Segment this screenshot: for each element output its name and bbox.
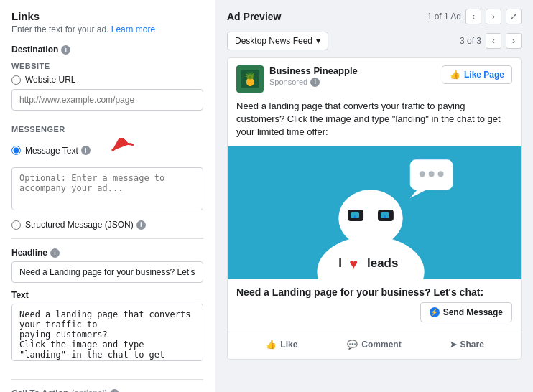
- ad-nav: 1 of 1 Ad ‹ › ⤢: [427, 9, 522, 24]
- message-text-radio[interactable]: [11, 146, 21, 155]
- structured-message-radio[interactable]: [11, 220, 21, 230]
- message-text-radio-group: Message Text i: [11, 138, 203, 163]
- svg-text:▲: ▲: [382, 213, 388, 220]
- body-text-input[interactable]: Need a landing page that converts your t…: [11, 304, 203, 361]
- ad-next-button[interactable]: ›: [486, 9, 501, 24]
- text-field-label: Text: [11, 290, 203, 300]
- page-prev-button[interactable]: ‹: [486, 33, 501, 49]
- page-nav: 3 of 3 ‹ ›: [460, 33, 522, 49]
- headline-info-icon[interactable]: i: [50, 248, 60, 258]
- brand-info: Business Pineapple Sponsored i: [269, 65, 358, 87]
- messenger-icon: ⚡: [430, 307, 440, 317]
- panel-subtitle: Enter the text for your ad. Learn more: [11, 24, 203, 34]
- message-text-input[interactable]: [11, 167, 203, 210]
- like-action-button[interactable]: 👍 Like: [236, 336, 328, 353]
- website-section-label: WEBSITE: [11, 62, 203, 70]
- brand-logo: 🍍: [236, 65, 264, 93]
- svg-text:leads: leads: [367, 256, 398, 269]
- divider-2: [11, 379, 203, 380]
- svg-point-4: [429, 171, 435, 177]
- like-action-icon: 👍: [266, 340, 277, 350]
- robot-illustration: ▲ ▲ I ♥ leads: [228, 146, 521, 279]
- ad-preview-header: Ad Preview 1 of 1 Ad ‹ › ⤢: [227, 9, 522, 24]
- website-url-label: Website URL: [25, 75, 75, 85]
- send-message-button[interactable]: ⚡ Send Message: [420, 302, 512, 322]
- share-action-button[interactable]: ➤ Share: [421, 336, 512, 353]
- svg-marker-2: [410, 190, 427, 198]
- chat-bubble-group: [410, 159, 453, 198]
- page-next-button[interactable]: ›: [506, 33, 522, 49]
- svg-point-5: [438, 171, 444, 177]
- brand-logo-inner: 🍍: [241, 70, 259, 88]
- svg-text:I: I: [338, 256, 342, 269]
- like-thumb-icon: 👍: [450, 70, 460, 80]
- messenger-section-label: MESSENGER: [11, 125, 203, 134]
- ad-actions: 👍 Like 💬 Comment ➤ Share: [228, 330, 521, 359]
- headline-field-label: Headline i: [11, 248, 203, 258]
- website-url-input[interactable]: [11, 89, 203, 111]
- placement-select[interactable]: Desktop News Feed ▾: [227, 32, 328, 50]
- ad-headline: Need a Landing page for your business? L…: [228, 279, 521, 302]
- pineapple-icon: 🍍: [242, 71, 258, 87]
- website-url-radio[interactable]: [11, 75, 21, 85]
- ad-prev-button[interactable]: ‹: [465, 9, 481, 24]
- svg-text:♥: ♥: [349, 255, 358, 271]
- structured-message-info-icon[interactable]: i: [136, 220, 146, 230]
- sponsored-info-icon[interactable]: i: [310, 78, 320, 87]
- left-panel: Links Enter the text for your ad. Learn …: [0, 0, 215, 392]
- right-panel: Ad Preview 1 of 1 Ad ‹ › ⤢ Desktop News …: [215, 0, 533, 392]
- destination-info-icon[interactable]: i: [61, 45, 70, 55]
- comment-action-icon: 💬: [347, 340, 358, 350]
- cta-info-icon[interactable]: i: [110, 389, 119, 393]
- message-text-info-icon[interactable]: i: [81, 146, 91, 155]
- brand-name: Business Pineapple: [269, 65, 358, 78]
- learn-more-link[interactable]: Learn more: [111, 24, 155, 34]
- cta-field-label: Call To Action (optional) i: [11, 388, 203, 392]
- ad-preview-title: Ad Preview: [227, 11, 281, 22]
- headline-input[interactable]: [11, 261, 203, 283]
- ad-card: 🍍 Business Pineapple Sponsored i 👍 Like …: [227, 57, 522, 360]
- ad-image[interactable]: ▲ ▲ I ♥ leads: [228, 146, 521, 279]
- structured-message-label: Structured Message (JSON) i: [25, 220, 146, 230]
- sponsored-row: Sponsored i: [269, 78, 358, 87]
- ad-body-text: Need a landing page that converts your t…: [228, 100, 521, 146]
- message-text-label: Message Text i: [25, 146, 91, 156]
- svg-point-3: [420, 171, 425, 177]
- ad-card-info: 🍍 Business Pineapple Sponsored i: [236, 65, 358, 93]
- comment-action-button[interactable]: 💬 Comment: [329, 336, 420, 353]
- website-url-radio-group: Website URL: [11, 75, 203, 85]
- destination-label: Destination i: [11, 45, 203, 55]
- like-page-button[interactable]: 👍 Like Page: [442, 65, 512, 84]
- placement-chevron-icon: ▾: [316, 36, 320, 46]
- svg-text:▲: ▲: [352, 213, 358, 220]
- ad-card-header: 🍍 Business Pineapple Sponsored i 👍 Like …: [228, 58, 521, 100]
- panel-title: Links: [11, 10, 203, 22]
- structured-message-radio-group: Structured Message (JSON) i: [11, 220, 203, 230]
- red-arrow-icon: [98, 138, 137, 163]
- ad-cta-row: ⚡ Send Message: [228, 302, 521, 330]
- external-link-button[interactable]: ⤢: [506, 9, 522, 24]
- placement-bar: Desktop News Feed ▾ 3 of 3 ‹ ›: [227, 32, 522, 50]
- destination-section: Destination i WEBSITE Website URL MESSEN…: [11, 45, 203, 230]
- share-action-icon: ➤: [450, 340, 457, 350]
- divider-1: [11, 238, 203, 239]
